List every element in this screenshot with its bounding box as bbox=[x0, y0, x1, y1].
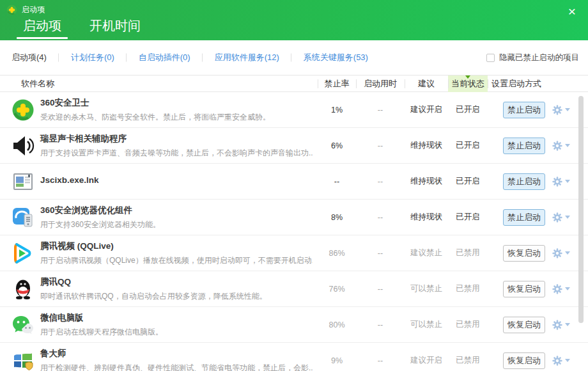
column-forbid-rate: 禁止率 bbox=[318, 75, 356, 92]
table-row: 360安全卫士 受欢迎的杀木马、防盗号安全软件。禁止后，将面临严重安全威胁。 1… bbox=[0, 92, 588, 128]
software-description: 用于启动腾讯视频（QQLive）播放在线视频，使用时启动即可，不需要开机启动.. bbox=[40, 255, 313, 266]
hide-disabled-checkbox[interactable]: 隐藏已禁止启动的项目 bbox=[486, 52, 579, 63]
suggestion-value: 建议开启 bbox=[405, 104, 448, 115]
gear-dropdown-icon[interactable] bbox=[552, 355, 570, 367]
software-description: 用于检测硬件、辨别硬件真伪、硬件性能测试、节能省电等功能，禁止后，会影... bbox=[40, 363, 313, 371]
current-status-value: 已开启 bbox=[448, 176, 488, 187]
forbid-rate-value: -- bbox=[318, 177, 356, 186]
table-row: 腾讯QQ 即时通讯软件腾讯QQ，自动启动会占用较多资源，降低系统性能。 76% … bbox=[0, 271, 588, 307]
software-name: 360安全卫士 bbox=[40, 97, 313, 109]
column-set-startup-mode: 设置启动方式 bbox=[488, 75, 588, 92]
table-row: 360安全浏览器优化组件 用于支持360安全浏览器相关功能。 8% -- 维持现… bbox=[0, 200, 588, 235]
software-name: 360安全浏览器优化组件 bbox=[40, 205, 313, 216]
column-boot-time: 启动用时 bbox=[356, 75, 405, 92]
suggestion-value: 维持现状 bbox=[405, 212, 448, 223]
gear-dropdown-icon[interactable] bbox=[552, 248, 570, 259]
startup-items-list: 360安全卫士 受欢迎的杀木马、防盗号安全软件。禁止后，将面临严重安全威胁。 1… bbox=[0, 92, 588, 371]
table-row: 腾讯视频 (QQLive) 用于启动腾讯视频（QQLive）播放在线视频，使用时… bbox=[0, 235, 588, 271]
tab-boot-time[interactable]: 开机时间 bbox=[89, 17, 141, 40]
boot-time-value: -- bbox=[356, 356, 405, 365]
boot-time-value: -- bbox=[356, 320, 405, 329]
table-row: 微信电脑版 用于启动在线聊天程序微信电脑版。 80% -- 可以禁止 已禁用 恢… bbox=[0, 307, 588, 343]
category-tabs: 启动项(4)计划任务(0)自启动插件(0)应用软件服务(12)系统关键服务(53… bbox=[12, 52, 380, 63]
forbid-rate-value: 1% bbox=[318, 106, 356, 114]
boot-time-value: -- bbox=[356, 106, 405, 114]
speaker-icon bbox=[12, 134, 35, 157]
toggle-startup-button[interactable]: 恢复启动 bbox=[503, 281, 545, 297]
wechat-icon bbox=[12, 313, 35, 336]
software-name: Jscixb.exe.lnk bbox=[40, 175, 313, 185]
main-tabs: 启动项 开机时间 bbox=[0, 19, 588, 40]
toggle-startup-button[interactable]: 禁止启动 bbox=[503, 102, 545, 118]
software-name: 鲁大师 bbox=[40, 348, 313, 359]
column-current-status: 当前状态 bbox=[448, 75, 488, 92]
hide-disabled-label: 隐藏已禁止启动的项目 bbox=[499, 52, 579, 63]
software-description: 受欢迎的杀木马、防盗号安全软件。禁止后，将面临严重安全威胁。 bbox=[40, 112, 313, 123]
sort-marker-icon bbox=[465, 75, 470, 79]
gear-dropdown-icon[interactable] bbox=[552, 212, 570, 223]
gear-dropdown-icon[interactable] bbox=[552, 176, 570, 187]
startup-manager-window: 启动项 × 启动项 开机时间 启动项(4)计划任务(0)自启动插件(0)应用软件… bbox=[0, 0, 588, 371]
gear-dropdown-icon[interactable] bbox=[552, 140, 570, 152]
boot-time-value: -- bbox=[356, 177, 405, 186]
gear-dropdown-icon[interactable] bbox=[552, 319, 570, 331]
current-status-value: 已禁用 bbox=[448, 319, 488, 330]
table-header: 软件名称 禁止率 启动用时 建议 当前状态 设置启动方式 bbox=[0, 75, 588, 92]
table-row: 瑞昱声卡相关辅助程序 用于支持设置声卡声道、音频去噪等功能，禁止后，不会影响声卡… bbox=[0, 128, 588, 164]
suggestion-value: 维持现状 bbox=[405, 140, 448, 151]
category-tab-1[interactable]: 计划任务(0) bbox=[59, 52, 127, 63]
toggle-startup-button[interactable]: 禁止启动 bbox=[503, 173, 545, 190]
filter-bar: 启动项(4)计划任务(0)自启动插件(0)应用软件服务(12)系统关键服务(53… bbox=[0, 40, 588, 75]
category-tab-2[interactable]: 自启动插件(0) bbox=[127, 52, 203, 63]
boot-time-value: -- bbox=[356, 249, 405, 258]
forbid-rate-value: 80% bbox=[318, 320, 356, 329]
category-tab-3[interactable]: 应用软件服务(12) bbox=[203, 52, 291, 63]
scrollbar[interactable] bbox=[578, 96, 584, 323]
qq-icon bbox=[12, 278, 35, 301]
current-status-value: 已开启 bbox=[448, 212, 488, 223]
boot-time-value: -- bbox=[356, 213, 405, 222]
tab-startup-items[interactable]: 启动项 bbox=[23, 17, 61, 40]
category-tab-0[interactable]: 启动项(4) bbox=[12, 52, 59, 63]
forbid-rate-value: 8% bbox=[318, 213, 356, 222]
suggestion-value: 维持现状 bbox=[405, 176, 448, 187]
software-name: 腾讯QQ bbox=[40, 276, 313, 288]
ludashi-icon bbox=[12, 349, 35, 371]
software-name: 瑞昱声卡相关辅助程序 bbox=[40, 133, 313, 145]
360-logo-icon bbox=[6, 4, 17, 15]
toggle-startup-button[interactable]: 禁止启动 bbox=[503, 209, 545, 226]
software-description: 即时通讯软件腾讯QQ，自动启动会占用较多资源，降低系统性能。 bbox=[40, 291, 313, 302]
suggestion-value: 可以禁止 bbox=[405, 283, 448, 294]
boot-time-value: -- bbox=[356, 285, 405, 294]
current-status-value: 已开启 bbox=[448, 140, 488, 151]
software-name: 微信电脑版 bbox=[40, 312, 313, 324]
category-tab-4[interactable]: 系统关键服务(53) bbox=[291, 52, 380, 63]
toggle-startup-button[interactable]: 恢复启动 bbox=[503, 352, 545, 369]
suggestion-value: 建议开启 bbox=[405, 355, 448, 366]
software-description: 用于支持360安全浏览器相关功能。 bbox=[40, 219, 313, 230]
forbid-rate-value: 6% bbox=[318, 141, 356, 150]
column-software-name: 软件名称 bbox=[0, 75, 318, 92]
table-row: 鲁大师 用于检测硬件、辨别硬件真伪、硬件性能测试、节能省电等功能，禁止后，会影.… bbox=[0, 343, 588, 371]
software-description: 用于支持设置声卡声道、音频去噪等功能，禁止后，不会影响声卡的声音输出功... bbox=[40, 148, 313, 159]
current-status-value: 已开启 bbox=[448, 104, 488, 115]
window-title: 启动项 bbox=[22, 4, 45, 15]
checkbox-icon[interactable] bbox=[486, 54, 495, 62]
360-safe-icon bbox=[12, 99, 35, 122]
close-icon[interactable]: × bbox=[564, 3, 580, 19]
forbid-rate-value: 9% bbox=[318, 356, 356, 365]
current-status-value: 已禁用 bbox=[448, 248, 488, 258]
suggestion-value: 建议禁止 bbox=[405, 248, 448, 258]
forbid-rate-value: 86% bbox=[318, 249, 356, 258]
toggle-startup-button[interactable]: 恢复启动 bbox=[503, 317, 545, 333]
window-header: 启动项 × 启动项 开机时间 bbox=[0, 0, 588, 40]
column-suggestion: 建议 bbox=[405, 75, 448, 92]
toggle-startup-button[interactable]: 恢复启动 bbox=[503, 245, 545, 262]
toggle-startup-button[interactable]: 禁止启动 bbox=[503, 138, 545, 154]
gear-dropdown-icon[interactable] bbox=[552, 283, 570, 295]
software-description: 用于启动在线聊天程序微信电脑版。 bbox=[40, 327, 313, 338]
table-row: Jscixb.exe.lnk -- -- 维持现状 已开启 禁止启动 bbox=[0, 164, 588, 200]
360-browser-icon bbox=[12, 206, 35, 229]
gear-dropdown-icon[interactable] bbox=[552, 104, 570, 116]
titlebar: 启动项 × bbox=[0, 0, 588, 19]
